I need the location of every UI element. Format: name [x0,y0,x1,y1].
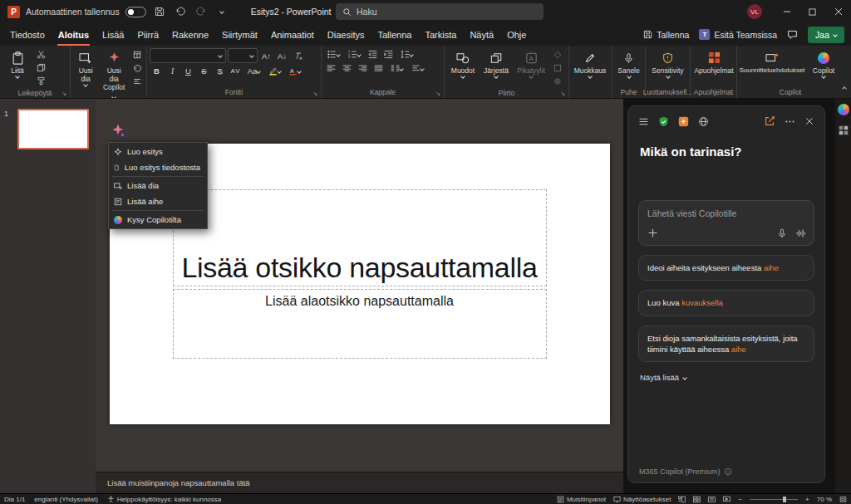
suggestion-chip[interactable]: Ideoi aiheita esitykseen aiheesta aihe [638,255,814,281]
align-right-button[interactable] [356,62,370,75]
dictate-button[interactable]: Sanele [615,48,642,86]
sensitivity-button[interactable]: Sensitivity [648,48,687,86]
italic-button[interactable]: I [165,65,180,77]
section-button[interactable] [130,75,144,87]
tab-tiedosto[interactable]: Tiedosto [3,23,52,46]
highlight-color-button[interactable] [265,65,283,77]
dialog-launcher-icon[interactable]: ↘ [312,91,317,96]
dialog-launcher-icon[interactable]: ↘ [560,91,565,96]
shrink-font-button[interactable]: A↓ [275,50,289,62]
character-spacing-button[interactable]: AV [229,65,243,77]
layout-button[interactable] [130,48,144,61]
editing-button[interactable]: Muokkaus [572,48,608,86]
bullets-button[interactable] [324,48,343,61]
subtitle-placeholder[interactable]: Lisää alaotsikko napsauttamalla [173,289,547,359]
copilot-message-input[interactable]: Lähetä viesti Copilotille [638,200,814,246]
close-button[interactable] [825,0,851,23]
present-in-teams-button[interactable]: T Esitä Teamsissa [699,29,777,40]
zoom-out-button[interactable]: − [738,496,742,503]
menu-icon[interactable] [638,116,649,127]
menu-item-add-topic[interactable]: Lisää aihe [109,193,207,209]
underline-button[interactable]: U [181,65,195,77]
menu-item-create-from-file[interactable]: Luo esitys tiedostosta [109,159,207,175]
font-name-combo[interactable] [150,48,226,63]
redo-icon[interactable] [194,3,209,20]
suggestion-chip[interactable]: Luo kuva kuvauksella [638,290,814,316]
new-slide-button[interactable]: Uusi dia [73,48,98,99]
save-command[interactable]: Tallenna [643,30,689,40]
notes-toggle-button[interactable]: Muistiinpanot [557,496,606,503]
shape-outline-button[interactable] [550,61,564,74]
undo-icon[interactable] [173,3,188,20]
format-painter-button[interactable] [34,75,48,87]
tab-piirra[interactable]: Piirrä [130,23,165,46]
maximize-button[interactable] [799,0,825,23]
dialog-launcher-icon[interactable]: ↘ [61,91,66,96]
customize-toolbar-icon[interactable] [214,3,229,20]
tab-animaatiot[interactable]: Animaatiot [264,23,321,46]
tab-lisaa[interactable]: Lisää [96,23,130,46]
new-slide-copilot-button[interactable]: Uusi dia Copilot [100,48,128,99]
save-icon[interactable] [152,3,167,20]
bold-button[interactable]: B [150,65,164,77]
display-settings-button[interactable]: Näyttöasetukset [613,496,671,503]
reading-view-button[interactable] [708,496,716,503]
slideshow-view-button[interactable] [723,496,730,503]
zoom-slider-knob[interactable] [783,497,786,502]
menu-item-ask-copilot[interactable]: Kysy Copilotilta [109,212,207,228]
language-button[interactable]: englanti (Yhdysvallat) [34,496,97,503]
numbering-button[interactable]: 123 [345,48,364,61]
design-ideas-button[interactable]: Suunnitteluehdotukset [740,48,804,86]
title-placeholder[interactable]: Lisää otsikko napsauttamalla [173,189,547,286]
strikethrough-button[interactable]: S [197,65,211,77]
zoom-in-button[interactable]: + [805,496,809,503]
menu-item-create-presentation[interactable]: Luo esitys [109,144,207,159]
arrange-button[interactable]: Järjestä [480,48,512,87]
web-globe-icon[interactable] [698,116,709,127]
columns-button[interactable] [387,62,406,75]
zoom-level[interactable]: 70 % [817,496,832,503]
grow-font-button[interactable]: A↑ [259,50,273,62]
attach-plus-icon[interactable] [647,228,658,238]
normal-view-button[interactable] [678,496,686,503]
reset-slide-button[interactable] [130,61,144,74]
new-chat-icon[interactable] [764,115,775,127]
cut-button[interactable] [34,48,48,61]
increase-indent-button[interactable] [381,48,396,61]
close-panel-icon[interactable] [804,116,814,126]
fit-to-window-button[interactable] [839,496,847,503]
addins-button[interactable]: Apuohjelmat [693,48,735,86]
slide-thumbnail[interactable] [17,109,89,149]
menu-item-add-slide[interactable]: Lisää dia [109,178,207,193]
change-case-button[interactable]: Aa [244,65,263,77]
copilot-app-icon[interactable] [678,116,689,127]
quick-styles-button[interactable]: A Pikatyylit [514,48,548,87]
comments-button[interactable] [787,29,798,40]
share-button[interactable]: Jaa [808,27,844,43]
info-icon[interactable] [724,467,732,476]
shape-effects-button[interactable] [550,75,564,87]
font-color-button[interactable]: A [285,65,303,77]
line-spacing-button[interactable] [397,48,416,61]
more-options-icon[interactable] [785,116,795,127]
tab-siirtymat[interactable]: Siirtymät [215,23,264,46]
copilot-button[interactable]: Copilot [806,48,841,86]
paste-button[interactable]: Liitä [2,48,32,87]
microphone-icon[interactable] [777,228,787,238]
text-direction-button[interactable] [408,62,427,75]
decrease-indent-button[interactable] [366,48,380,61]
tab-ohje[interactable]: Ohje [500,23,533,46]
tab-rakenne[interactable]: Rakenne [165,23,215,46]
voice-waveform-icon[interactable] [795,228,805,238]
notes-pane[interactable]: Lisää muistiinpanoja napsauttamalla tätä [96,472,623,493]
justify-button[interactable] [371,62,386,75]
show-more-button[interactable]: Näytä lisää [640,373,813,382]
clear-formatting-button[interactable] [291,50,305,62]
copy-button[interactable] [34,61,48,74]
shape-fill-button[interactable] [550,48,564,61]
text-shadow-button[interactable]: S [213,65,227,77]
autosave-toggle[interactable] [125,7,146,17]
zoom-slider[interactable] [750,499,798,500]
search-input[interactable]: Haku [336,3,544,20]
tab-diaesitys[interactable]: Diaesitys [321,23,371,46]
